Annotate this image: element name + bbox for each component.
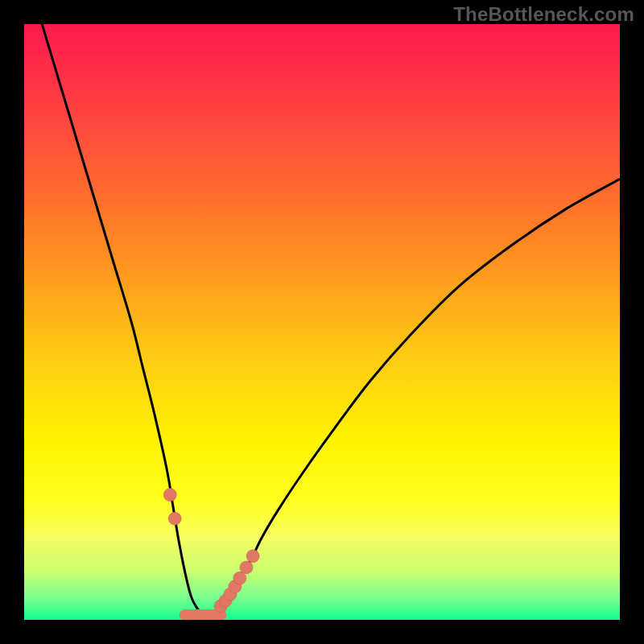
bottleneck-curve (24, 24, 620, 614)
highlight-dot (168, 512, 181, 525)
plot-area (24, 24, 620, 620)
highlight-dot (246, 550, 259, 563)
highlight-dot (163, 489, 176, 502)
curve-layer (24, 24, 620, 620)
highlight-dot (240, 561, 253, 574)
chart-frame: TheBottleneck.com (0, 0, 644, 644)
watermark-text: TheBottleneck.com (453, 3, 634, 26)
highlight-dots (163, 489, 259, 615)
